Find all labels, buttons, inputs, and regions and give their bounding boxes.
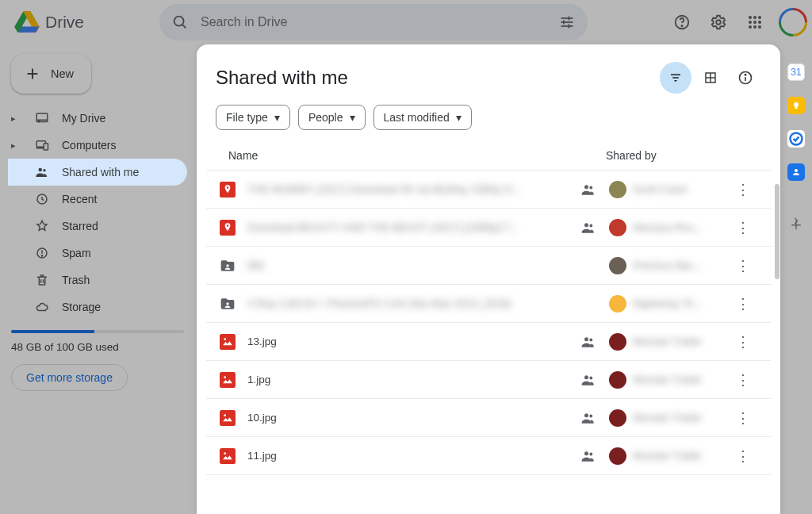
svg-point-19: [716, 20, 721, 25]
svg-rect-43: [672, 77, 679, 79]
file-row[interactable]: V-Ray 3.60.03 + PhoenixFD 3.04 (3ds Max …: [206, 285, 771, 323]
row-more-button[interactable]: ⋮: [728, 181, 758, 198]
sharer-name: Scott Crane: [633, 183, 688, 195]
sharer-avatar: [609, 447, 626, 465]
svg-point-27: [753, 25, 756, 29]
svg-point-80: [795, 169, 798, 172]
file-rows: THE MUMMY (2017) Download 4K via BluRay …: [197, 171, 780, 475]
nav-label: Trash: [62, 274, 90, 286]
scrollbar-thumb[interactable]: [775, 184, 779, 279]
clock-icon: [33, 192, 51, 206]
people-icon: [33, 165, 51, 179]
expand-icon: ▸: [11, 140, 22, 151]
file-type-icon: [219, 371, 236, 389]
filter-label: File type: [226, 111, 268, 124]
filter-people[interactable]: People▾: [298, 105, 366, 130]
filter-toggle-button[interactable]: [660, 62, 691, 94]
details-toggle-button[interactable]: [730, 62, 761, 94]
main-panel: Shared with me File type▾ People▾ Last m…: [197, 44, 780, 514]
row-more-button[interactable]: ⋮: [728, 257, 758, 274]
plus-icon: [24, 65, 41, 82]
svg-point-23: [749, 21, 752, 24]
svg-point-57: [584, 223, 588, 227]
file-row[interactable]: THE MUMMY (2017) Download 4K via BluRay …: [206, 171, 771, 209]
file-row[interactable]: 1.jpgMonster Trailer⋮: [206, 361, 771, 399]
storage-text: 48 GB of 100 GB used: [11, 341, 184, 353]
nav-recent[interactable]: Recent: [8, 186, 187, 213]
nav-label: Shared with me: [62, 166, 139, 178]
cloud-icon: [33, 300, 51, 314]
sharer-name: Monster Trailer: [633, 374, 702, 386]
sharer-avatar: [609, 257, 626, 274]
row-more-button[interactable]: ⋮: [728, 371, 758, 389]
search-bar[interactable]: [159, 4, 588, 40]
svg-rect-33: [44, 144, 48, 150]
collapse-sidepanel-button[interactable]: ›: [794, 212, 799, 228]
sharer-avatar: [609, 295, 626, 313]
file-name: Download BEAUTY AND THE BEAST (2017) [10…: [247, 221, 568, 233]
filter-label: Last modified: [384, 111, 450, 124]
keep-app-icon[interactable]: [787, 97, 805, 114]
nav-trash[interactable]: Trash: [8, 267, 187, 293]
row-more-button[interactable]: ⋮: [728, 333, 758, 351]
search-input[interactable]: [201, 15, 546, 29]
settings-icon[interactable]: [701, 5, 736, 40]
nav-shared-with-me[interactable]: Shared with me: [8, 159, 187, 186]
search-icon[interactable]: [164, 6, 196, 38]
file-name: 13.jpg: [247, 336, 568, 347]
new-button[interactable]: New: [11, 54, 91, 94]
svg-rect-13: [561, 25, 573, 27]
account-avatar[interactable]: [779, 8, 807, 36]
file-row[interactable]: Download BEAUTY AND THE BEAST (2017) [10…: [206, 209, 771, 247]
file-name: 1.jpg: [247, 374, 568, 386]
search-options-icon[interactable]: [551, 6, 583, 38]
svg-point-71: [584, 413, 588, 417]
column-shared-by[interactable]: Shared by: [606, 149, 749, 162]
file-name: fdfs: [247, 259, 584, 271]
svg-point-20: [749, 16, 752, 19]
shared-by-cell: Monster Trailer: [609, 409, 728, 427]
svg-rect-15: [563, 21, 565, 25]
file-row[interactable]: 13.jpgMonster Trailer⋮: [206, 323, 771, 361]
get-more-storage-button[interactable]: Get more storage: [11, 364, 128, 391]
shared-by-cell: Scott Crane: [609, 181, 728, 198]
svg-point-52: [227, 186, 229, 189]
nav-starred[interactable]: Starred: [8, 213, 187, 240]
svg-point-66: [224, 376, 226, 378]
column-name[interactable]: Name: [228, 149, 606, 162]
shared-people-icon: [580, 334, 596, 350]
nav-storage[interactable]: Storage: [8, 293, 187, 320]
filter-last-modified[interactable]: Last modified▾: [373, 105, 472, 130]
brand-text: Drive: [45, 13, 84, 32]
file-row[interactable]: 11.jpgMonster Trailer⋮: [206, 437, 771, 475]
apps-icon[interactable]: [737, 5, 772, 40]
svg-point-34: [39, 168, 43, 172]
row-more-button[interactable]: ⋮: [728, 219, 758, 236]
nav-computers[interactable]: ▸Computers: [8, 132, 187, 159]
storage-section: 48 GB of 100 GB used Get more storage: [8, 325, 187, 391]
file-row[interactable]: 10.jpgMonster Trailer⋮: [206, 399, 771, 437]
view-grid-button[interactable]: [695, 62, 726, 94]
svg-point-21: [753, 16, 756, 19]
sharer-avatar: [609, 409, 626, 427]
drive-logo[interactable]: Drive: [10, 8, 89, 36]
nav-my-drive[interactable]: ▸My Drive: [8, 105, 187, 132]
row-more-button[interactable]: ⋮: [728, 447, 758, 465]
tasks-app-icon[interactable]: [787, 130, 805, 148]
svg-rect-11: [561, 17, 573, 19]
sharer-name: Nightwing 75...: [633, 297, 701, 309]
svg-point-63: [584, 337, 588, 341]
svg-point-9: [174, 17, 184, 26]
row-more-button[interactable]: ⋮: [728, 409, 758, 427]
file-row[interactable]: fdfsPrecious Bar...⋮: [206, 247, 771, 285]
shared-by-cell: Maurycy Ros...: [609, 219, 728, 236]
file-type-icon: [219, 219, 236, 236]
page-title: Shared with me: [216, 67, 348, 89]
calendar-app-icon[interactable]: 31: [787, 63, 805, 81]
nav-spam[interactable]: Spam: [8, 240, 187, 267]
svg-point-64: [589, 338, 592, 341]
filter-file-type[interactable]: File type▾: [216, 105, 290, 130]
contacts-app-icon[interactable]: [787, 163, 805, 181]
row-more-button[interactable]: ⋮: [728, 295, 758, 313]
help-icon[interactable]: [665, 5, 699, 40]
